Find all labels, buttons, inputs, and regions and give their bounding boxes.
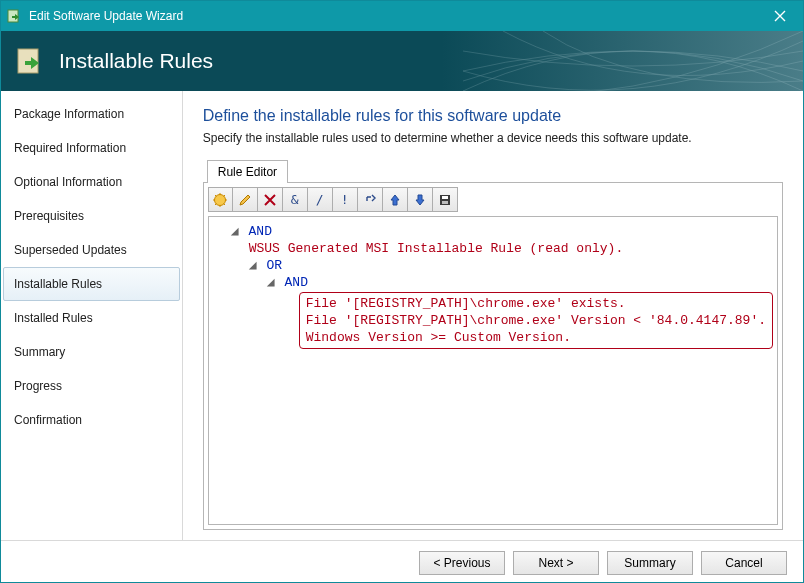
banner-title: Installable Rules	[59, 49, 213, 73]
svg-line-9	[224, 195, 225, 196]
tab-strip: Rule Editor	[207, 159, 783, 182]
banner-mesh-decoration	[463, 31, 803, 91]
app-icon	[7, 8, 23, 24]
tree-leaf-file-exists[interactable]: File '[REGISTRY_PATH]\chrome.exe' exists…	[306, 295, 766, 312]
delete-rule-button[interactable]	[258, 187, 283, 212]
title-bar: Edit Software Update Wizard	[1, 1, 803, 31]
page-heading: Define the installable rules for this so…	[203, 107, 783, 125]
sidebar-item-installable-rules[interactable]: Installable Rules	[3, 267, 180, 301]
save-rules-button[interactable]	[433, 187, 458, 212]
rule-toolbar: & / !	[208, 187, 778, 212]
cancel-button[interactable]: Cancel	[701, 551, 787, 575]
next-button[interactable]: Next >	[513, 551, 599, 575]
wizard-footer: < Previous Next > Summary Cancel	[1, 540, 803, 583]
sidebar-item-prerequisites[interactable]: Prerequisites	[3, 199, 180, 233]
window-title: Edit Software Update Wizard	[29, 9, 757, 23]
svg-rect-13	[442, 201, 448, 204]
ungroup-button[interactable]	[358, 187, 383, 212]
sidebar-item-superseded-updates[interactable]: Superseded Updates	[3, 233, 180, 267]
and-group-button[interactable]: &	[283, 187, 308, 212]
wizard-sidebar: Package InformationRequired InformationO…	[1, 91, 183, 540]
summary-button[interactable]: Summary	[607, 551, 693, 575]
move-down-button[interactable]	[408, 187, 433, 212]
tab-panel: & / ! ◢ AND	[203, 182, 783, 530]
svg-line-8	[224, 203, 225, 204]
sidebar-item-package-information[interactable]: Package Information	[3, 97, 180, 131]
svg-line-7	[215, 195, 216, 196]
collapse-icon[interactable]: ◢	[231, 223, 241, 240]
sidebar-item-summary[interactable]: Summary	[3, 335, 180, 369]
tree-node-and-root[interactable]: ◢ AND	[213, 223, 773, 240]
sidebar-item-confirmation[interactable]: Confirmation	[3, 403, 180, 437]
tree-node-and-inner[interactable]: ◢ AND	[213, 274, 773, 291]
sidebar-item-required-information[interactable]: Required Information	[3, 131, 180, 165]
tree-leaf-file-version[interactable]: File '[REGISTRY_PATH]\chrome.exe' Versio…	[306, 312, 766, 329]
rule-editor-area[interactable]: ◢ AND WSUS Generated MSI Installable Rul…	[208, 216, 778, 525]
sidebar-item-optional-information[interactable]: Optional Information	[3, 165, 180, 199]
tab-rule-editor[interactable]: Rule Editor	[207, 160, 288, 183]
selected-rules-group[interactable]: File '[REGISTRY_PATH]\chrome.exe' exists…	[299, 292, 773, 349]
svg-rect-12	[442, 196, 448, 199]
page-subtitle: Specify the installable rules used to de…	[203, 131, 783, 145]
collapse-icon[interactable]: ◢	[249, 257, 259, 274]
banner-icon	[15, 45, 47, 77]
not-button[interactable]: !	[333, 187, 358, 212]
sidebar-item-installed-rules[interactable]: Installed Rules	[3, 301, 180, 335]
content-area: Define the installable rules for this so…	[183, 91, 803, 540]
sidebar-item-progress[interactable]: Progress	[3, 369, 180, 403]
banner: Installable Rules	[1, 31, 803, 91]
collapse-icon[interactable]: ◢	[267, 274, 277, 291]
edit-rule-button[interactable]	[233, 187, 258, 212]
move-up-button[interactable]	[383, 187, 408, 212]
new-rule-button[interactable]	[208, 187, 233, 212]
tree-node-or[interactable]: ◢ OR	[213, 257, 773, 274]
or-group-button[interactable]: /	[308, 187, 333, 212]
previous-button[interactable]: < Previous	[419, 551, 505, 575]
tree-node-readonly-rule[interactable]: WSUS Generated MSI Installable Rule (rea…	[213, 240, 773, 257]
tree-leaf-windows-version[interactable]: Windows Version >= Custom Version.	[306, 329, 766, 346]
svg-line-10	[215, 203, 216, 204]
close-button[interactable]	[757, 1, 803, 31]
